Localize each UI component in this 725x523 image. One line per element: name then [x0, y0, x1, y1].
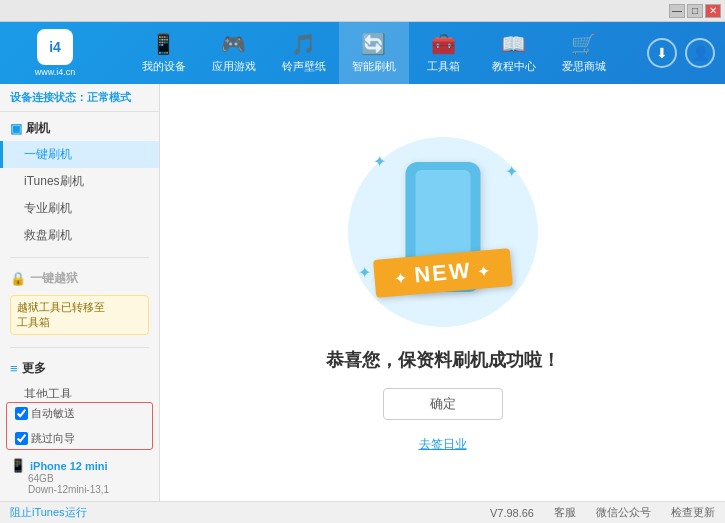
my-device-icon: 📱	[151, 32, 176, 56]
content-area: ✦ ✦ ✦ NEW 恭喜您，保资料刷机成功啦！ 确定 去签日业	[160, 84, 725, 501]
nav-tutorials[interactable]: 📖 教程中心	[479, 22, 549, 84]
apps-games-icon: 🎮	[221, 32, 246, 56]
nav-my-device[interactable]: 📱 我的设备	[129, 22, 199, 84]
toolbox-icon: 🧰	[431, 32, 456, 56]
one-click-flash-label: 一键刷机	[24, 147, 72, 161]
goto-daily-link[interactable]: 去签日业	[419, 436, 467, 453]
device-version: Down-12mini-13,1	[10, 484, 149, 495]
nav-toolbox[interactable]: 🧰 工具箱	[409, 22, 479, 84]
sparkle-1: ✦	[373, 152, 386, 171]
confirm-button-label: 确定	[430, 395, 456, 413]
pro-flash-label: 专业刷机	[24, 201, 72, 215]
status-value: 正常模式	[87, 91, 131, 103]
jailbreak-icon: 🔒	[10, 271, 26, 286]
itunes-flash-label: iTunes刷机	[24, 174, 84, 188]
jailbreak-notice: 越狱工具已转移至工具箱	[10, 295, 149, 335]
store-icon: 🛒	[571, 32, 596, 56]
sidebar-section-flash: ▣ 刷机 一键刷机 iTunes刷机 专业刷机 救盘刷机	[0, 112, 159, 253]
sidebar-item-pro-flash[interactable]: 专业刷机	[0, 195, 159, 222]
nav-tutorials-label: 教程中心	[492, 59, 536, 74]
flash-section-label: 刷机	[26, 120, 50, 137]
bottom-bar: 阻止iTunes运行 V7.98.66 客服 微信公众号 检查更新	[0, 501, 725, 523]
sidebar-item-one-click-flash[interactable]: 一键刷机	[0, 141, 159, 168]
sidebar-checkboxes: 自动敏送 跳过向导	[6, 402, 153, 450]
header: i4 www.i4.cn 📱 我的设备 🎮 应用游戏 🎵 铃声壁纸 🔄 智能刷机…	[0, 22, 725, 84]
checkbox-auto-send[interactable]: 自动敏送	[15, 406, 75, 421]
device-storage: 64GB	[10, 473, 149, 484]
device-name: iPhone 12 mini	[30, 460, 108, 472]
success-text: 恭喜您，保资料刷机成功啦！	[326, 348, 560, 372]
close-button[interactable]: ✕	[705, 4, 721, 18]
sidebar-divider-1	[10, 257, 149, 258]
nav-items: 📱 我的设备 🎮 应用游戏 🎵 铃声壁纸 🔄 智能刷机 🧰 工具箱 📖 教程中心…	[100, 22, 647, 84]
minimize-button[interactable]: —	[669, 4, 685, 18]
nav-store[interactable]: 🛒 爱思商城	[549, 22, 619, 84]
nav-store-label: 爱思商城	[562, 59, 606, 74]
flash-section-icon: ▣	[10, 121, 22, 136]
nav-ringtones[interactable]: 🎵 铃声壁纸	[269, 22, 339, 84]
sidebar-section-jailbreak: 🔒 一键越狱 越狱工具已转移至工具箱	[0, 262, 159, 343]
ringtones-icon: 🎵	[291, 32, 316, 56]
skip-guide-label: 跳过向导	[31, 431, 75, 446]
nav-smart-flash-label: 智能刷机	[352, 59, 396, 74]
logo-icon: i4	[37, 29, 73, 65]
sidebar-item-save-flash[interactable]: 救盘刷机	[0, 222, 159, 249]
version-label: V7.98.66	[490, 507, 534, 519]
checkbox-skip-guide[interactable]: 跳过向导	[15, 431, 75, 446]
main-area: 设备连接状态：正常模式 ▣ 刷机 一键刷机 iTunes刷机 专业刷机 救	[0, 84, 725, 501]
more-section-title: ≡ 更多	[0, 356, 159, 381]
title-bar: — □ ✕	[0, 0, 725, 22]
download-button[interactable]: ⬇	[647, 38, 677, 68]
status-bar: 设备连接状态：正常模式	[0, 84, 159, 112]
nav-right: ⬇ 👤	[647, 38, 715, 68]
other-tools-label: 其他工具	[24, 387, 72, 398]
logo-area: i4 www.i4.cn	[10, 29, 100, 77]
itunes-label: 阻止iTunes运行	[10, 505, 87, 520]
bottom-right: V7.98.66 客服 微信公众号 检查更新	[490, 505, 715, 520]
auto-send-label: 自动敏送	[31, 406, 75, 421]
status-label: 设备连接状态：	[10, 91, 87, 103]
nav-smart-flash[interactable]: 🔄 智能刷机	[339, 22, 409, 84]
save-flash-label: 救盘刷机	[24, 228, 72, 242]
check-update-link[interactable]: 检查更新	[671, 505, 715, 520]
more-icon: ≡	[10, 361, 18, 376]
maximize-button[interactable]: □	[687, 4, 703, 18]
confirm-button[interactable]: 确定	[383, 388, 503, 420]
itunes-bar: 阻止iTunes运行	[10, 505, 87, 520]
sidebar-scroll: 设备连接状态：正常模式 ▣ 刷机 一键刷机 iTunes刷机 专业刷机 救	[0, 84, 159, 398]
sparkle-3: ✦	[358, 263, 371, 282]
skip-guide-checkbox[interactable]	[15, 432, 28, 445]
sidebar-section-more: ≡ 更多 其他工具 下载固件 高级功能	[0, 352, 159, 398]
sidebar-divider-2	[10, 347, 149, 348]
sidebar-item-itunes-flash[interactable]: iTunes刷机	[0, 168, 159, 195]
nav-ringtones-label: 铃声壁纸	[282, 59, 326, 74]
tutorials-icon: 📖	[501, 32, 526, 56]
customer-service-link[interactable]: 客服	[554, 505, 576, 520]
user-button[interactable]: 👤	[685, 38, 715, 68]
nav-my-device-label: 我的设备	[142, 59, 186, 74]
sidebar: 设备连接状态：正常模式 ▣ 刷机 一键刷机 iTunes刷机 专业刷机 救	[0, 84, 160, 501]
auto-send-checkbox[interactable]	[15, 407, 28, 420]
sparkle-2: ✦	[505, 162, 518, 181]
wechat-link[interactable]: 微信公众号	[596, 505, 651, 520]
device-phone-icon: 📱	[10, 458, 26, 473]
device-row: 📱 iPhone 12 mini	[10, 458, 149, 473]
nav-toolbox-label: 工具箱	[427, 59, 460, 74]
nav-apps-games-label: 应用游戏	[212, 59, 256, 74]
jailbreak-section-title: 🔒 一键越狱	[0, 266, 159, 291]
success-illustration: ✦ ✦ ✦ NEW	[343, 132, 543, 332]
flash-section-title: ▣ 刷机	[0, 116, 159, 141]
jailbreak-label: 一键越狱	[30, 270, 78, 287]
sidebar-device-section: 📱 iPhone 12 mini 64GB Down-12mini-13,1	[0, 454, 159, 501]
sidebar-item-other-tools[interactable]: 其他工具	[0, 381, 159, 398]
smart-flash-icon: 🔄	[361, 32, 386, 56]
nav-apps-games[interactable]: 🎮 应用游戏	[199, 22, 269, 84]
more-label: 更多	[22, 360, 46, 377]
logo-text: www.i4.cn	[35, 67, 76, 77]
